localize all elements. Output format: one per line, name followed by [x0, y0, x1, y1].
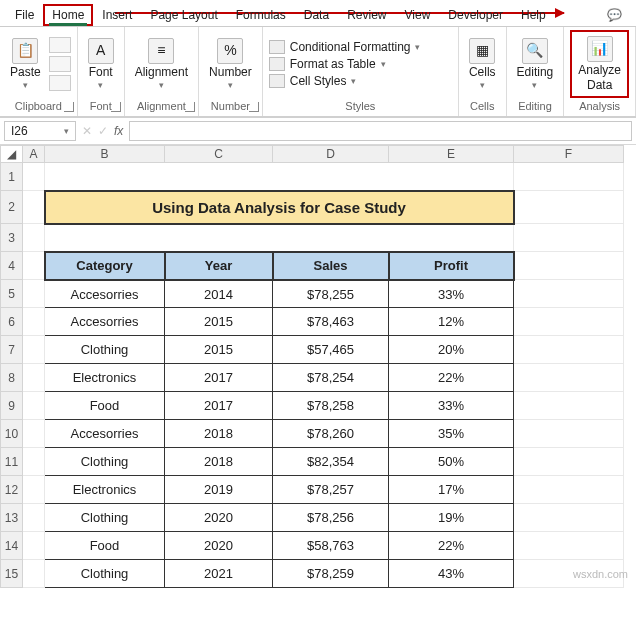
table-cell[interactable]: $57,465	[273, 336, 389, 364]
comments-icon[interactable]: 💬	[599, 4, 630, 26]
row-header[interactable]: 9	[1, 392, 23, 420]
font-button[interactable]: A Font ▾	[84, 36, 118, 93]
cell-styles-button[interactable]: Cell Styles▾	[269, 74, 421, 88]
table-cell[interactable]: $58,763	[273, 532, 389, 560]
table-cell[interactable]: Electronics	[45, 364, 165, 392]
row-header[interactable]: 12	[1, 476, 23, 504]
row-header[interactable]: 13	[1, 504, 23, 532]
table-cell[interactable]: 35%	[389, 420, 514, 448]
row-header[interactable]: 4	[1, 252, 23, 280]
format-as-table-button[interactable]: Format as Table▾	[269, 57, 421, 71]
row-header[interactable]: 5	[1, 280, 23, 308]
formula-input[interactable]	[129, 121, 632, 141]
dialog-launcher-icon[interactable]	[249, 102, 259, 112]
table-cell[interactable]: $78,463	[273, 308, 389, 336]
tab-data[interactable]: Data	[295, 4, 338, 26]
tab-insert[interactable]: Insert	[93, 4, 141, 26]
row-header[interactable]: 11	[1, 448, 23, 476]
table-header[interactable]: Profit	[389, 252, 514, 280]
table-cell[interactable]: Clothing	[45, 448, 165, 476]
table-cell[interactable]: Accesorries	[45, 420, 165, 448]
table-cell[interactable]: 43%	[389, 560, 514, 588]
table-cell[interactable]: $78,259	[273, 560, 389, 588]
row-header[interactable]: 10	[1, 420, 23, 448]
table-cell[interactable]: 2015	[165, 308, 273, 336]
table-cell[interactable]: 2018	[165, 448, 273, 476]
tab-formulas[interactable]: Formulas	[227, 4, 295, 26]
table-cell[interactable]: Food	[45, 392, 165, 420]
row-header[interactable]: 2	[1, 191, 23, 224]
name-box[interactable]: I26▾	[4, 121, 76, 141]
analyze-data-button[interactable]: 📊 Analyze Data	[574, 34, 625, 94]
table-cell[interactable]: 22%	[389, 532, 514, 560]
format-painter-button[interactable]	[49, 75, 71, 91]
table-cell[interactable]: Clothing	[45, 336, 165, 364]
table-cell[interactable]: Clothing	[45, 504, 165, 532]
number-button[interactable]: % Number ▾	[205, 36, 256, 93]
table-cell[interactable]: Food	[45, 532, 165, 560]
row-header[interactable]: 7	[1, 336, 23, 364]
worksheet[interactable]: ◢ A B C D E F 1 2Using Data Analysis for…	[0, 145, 624, 588]
tab-help[interactable]: Help	[512, 4, 555, 26]
paste-button[interactable]: 📋 Paste ▾	[6, 36, 45, 93]
table-cell[interactable]: 2017	[165, 392, 273, 420]
col-header[interactable]: D	[273, 146, 389, 163]
table-header[interactable]: Category	[45, 252, 165, 280]
table-cell[interactable]: 17%	[389, 476, 514, 504]
table-cell[interactable]: 33%	[389, 280, 514, 308]
row-header[interactable]: 3	[1, 224, 23, 252]
table-header[interactable]: Sales	[273, 252, 389, 280]
table-cell[interactable]: 2021	[165, 560, 273, 588]
row-header[interactable]: 6	[1, 308, 23, 336]
alignment-button[interactable]: ≡ Alignment ▾	[131, 36, 192, 93]
table-cell[interactable]: $78,258	[273, 392, 389, 420]
table-cell[interactable]: 19%	[389, 504, 514, 532]
table-cell[interactable]: 2015	[165, 336, 273, 364]
table-cell[interactable]: 12%	[389, 308, 514, 336]
title-cell[interactable]: Using Data Analysis for Case Study	[45, 191, 514, 224]
table-cell[interactable]: 2019	[165, 476, 273, 504]
row-header[interactable]: 8	[1, 364, 23, 392]
dialog-launcher-icon[interactable]	[185, 102, 195, 112]
editing-button[interactable]: 🔍 Editing ▾	[513, 36, 558, 93]
dialog-launcher-icon[interactable]	[64, 102, 74, 112]
conditional-formatting-button[interactable]: Conditional Formatting▾	[269, 40, 421, 54]
table-cell[interactable]: $78,255	[273, 280, 389, 308]
table-cell[interactable]: $78,257	[273, 476, 389, 504]
table-cell[interactable]: 2020	[165, 504, 273, 532]
table-cell[interactable]: 2017	[165, 364, 273, 392]
cut-button[interactable]	[49, 37, 71, 53]
table-cell[interactable]: $78,260	[273, 420, 389, 448]
table-cell[interactable]: 20%	[389, 336, 514, 364]
row-header[interactable]: 14	[1, 532, 23, 560]
tab-developer[interactable]: Developer	[439, 4, 512, 26]
select-all-button[interactable]: ◢	[1, 146, 23, 163]
table-cell[interactable]: 2018	[165, 420, 273, 448]
enter-icon[interactable]: ✓	[98, 124, 108, 138]
cells-button[interactable]: ▦ Cells ▾	[465, 36, 500, 93]
table-cell[interactable]: 33%	[389, 392, 514, 420]
tab-view[interactable]: View	[396, 4, 440, 26]
copy-button[interactable]	[49, 56, 71, 72]
table-header[interactable]: Year	[165, 252, 273, 280]
col-header[interactable]: F	[514, 146, 624, 163]
col-header[interactable]: A	[23, 146, 45, 163]
row-header[interactable]: 1	[1, 163, 23, 191]
tab-file[interactable]: File	[6, 4, 43, 26]
table-cell[interactable]: 2020	[165, 532, 273, 560]
col-header[interactable]: E	[389, 146, 514, 163]
table-cell[interactable]: 22%	[389, 364, 514, 392]
col-header[interactable]: B	[45, 146, 165, 163]
cancel-icon[interactable]: ✕	[82, 124, 92, 138]
tab-home[interactable]: Home	[43, 4, 93, 26]
table-cell[interactable]: Clothing	[45, 560, 165, 588]
tab-review[interactable]: Review	[338, 4, 395, 26]
table-cell[interactable]: 2014	[165, 280, 273, 308]
row-header[interactable]: 15	[1, 560, 23, 588]
table-cell[interactable]: Accesorries	[45, 280, 165, 308]
table-cell[interactable]: $78,256	[273, 504, 389, 532]
fx-icon[interactable]: fx	[114, 124, 123, 138]
table-cell[interactable]: $82,354	[273, 448, 389, 476]
table-cell[interactable]: Accesorries	[45, 308, 165, 336]
dialog-launcher-icon[interactable]	[111, 102, 121, 112]
